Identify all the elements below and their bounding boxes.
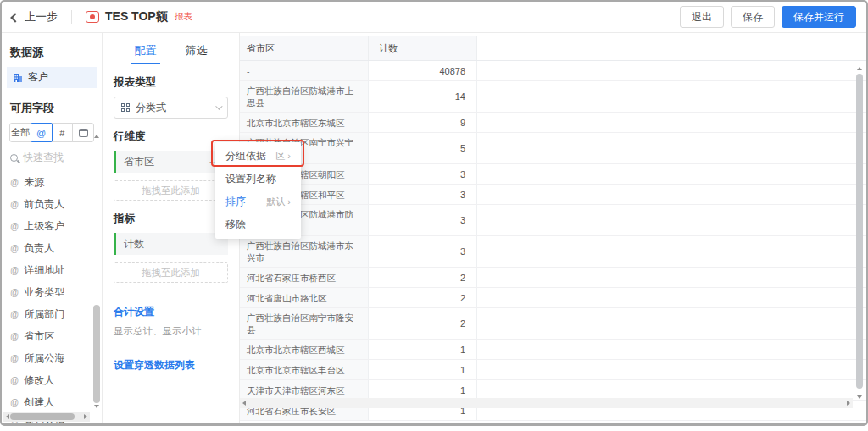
search-placeholder: 快速查找: [23, 151, 64, 165]
field-item[interactable]: @业务类型: [2, 281, 102, 303]
scroll-up-icon[interactable]: [94, 135, 99, 138]
field-item[interactable]: @上级客户: [2, 215, 102, 237]
field-item-label: 负责人: [24, 241, 54, 256]
save-and-run-button[interactable]: 保存并运行: [782, 6, 856, 28]
table-row[interactable]: 北京市北京市辖区朝阳区3: [240, 164, 866, 185]
field-item[interactable]: @前负责人: [2, 193, 102, 215]
totals-settings-link[interactable]: 合计设置: [114, 305, 228, 319]
sidebar-horizontal-scrollbar[interactable]: [3, 412, 90, 422]
cell-count: 1: [369, 360, 477, 379]
column-header-count[interactable]: 计数: [369, 36, 477, 60]
table-header-row: 省市区 计数: [240, 36, 866, 61]
filter-tab-#[interactable]: #: [52, 123, 74, 142]
scroll-right-icon[interactable]: [847, 401, 850, 406]
filter-tab-@[interactable]: @: [31, 123, 53, 142]
text-field-icon: @: [10, 222, 19, 231]
metric-dropzone[interactable]: 拖拽至此添加: [114, 262, 228, 283]
cell-region: 河北省唐山市路北区: [240, 288, 369, 307]
table-row[interactable]: 广西壮族自治区南宁市隆安县2: [240, 308, 866, 340]
filter-tab-全部[interactable]: 全部: [9, 123, 31, 142]
field-item-label: 详细地址: [24, 263, 64, 278]
cell-count: 40878: [369, 61, 477, 80]
cell-region: 广西壮族自治区防城港市东兴市: [240, 236, 369, 267]
field-search[interactable]: 快速查找: [2, 142, 102, 171]
table-row[interactable]: 河北省石家庄市桥西区2: [240, 268, 866, 288]
datasource-item-customer[interactable]: 客户: [7, 67, 97, 88]
calendar-icon: [79, 129, 88, 137]
field-item[interactable]: @省市区: [2, 325, 102, 347]
back-button[interactable]: 上一步: [12, 9, 58, 25]
table-horizontal-scrollbar[interactable]: [240, 398, 853, 408]
scroll-right-icon[interactable]: [84, 414, 87, 419]
table-row[interactable]: 河北省唐山市路北区2: [240, 288, 866, 308]
datasource-header: 数据源: [2, 38, 102, 67]
cell-count: 3: [369, 164, 477, 184]
report-type-select[interactable]: 分类式: [114, 97, 228, 119]
exit-button[interactable]: 退出: [680, 6, 724, 28]
table-vertical-scrollbar[interactable]: [854, 65, 865, 401]
menu-item-设置列名称[interactable]: 设置列名称: [215, 168, 301, 191]
metric-label: 指标: [114, 212, 228, 226]
scroll-down-icon[interactable]: [94, 405, 99, 408]
cell-region: 北京市北京市辖区丰台区: [240, 360, 369, 379]
text-field-icon: @: [10, 376, 19, 385]
scroll-thumb[interactable]: [93, 305, 100, 403]
metric-chip[interactable]: 计数: [114, 233, 228, 255]
field-item-label: 前负责人: [24, 197, 64, 212]
table-row[interactable]: 广西壮族自治区防城港市上思县14: [240, 81, 866, 113]
table-row[interactable]: 北京市北京市辖区西城区1: [240, 340, 866, 360]
table-row[interactable]: 北京市北京市辖区丰台区1: [240, 360, 866, 380]
sidebar-vertical-scrollbar[interactable]: [92, 133, 102, 410]
field-item-label: 业务类型: [24, 285, 64, 300]
table-row[interactable]: -40878: [240, 61, 866, 81]
field-item[interactable]: @负责人: [2, 237, 102, 259]
text-field-icon: @: [10, 178, 19, 187]
table-row[interactable]: 北京市北京市辖区东城区9: [240, 113, 866, 133]
table-row[interactable]: 广西壮族自治区南宁市兴宁区5: [240, 133, 866, 164]
tab-筛选[interactable]: 筛选: [186, 43, 208, 64]
scroll-thumb[interactable]: [10, 413, 75, 420]
tab-配置[interactable]: 配置: [135, 43, 157, 64]
drill-through-link[interactable]: 设置穿透数据列表: [114, 358, 228, 373]
field-item-label: 省市区: [24, 329, 54, 344]
row-dimension-field: 省市区: [124, 155, 154, 169]
cell-count: 3: [369, 205, 477, 235]
field-item-label: 修改人: [24, 373, 54, 388]
search-icon: [10, 154, 18, 162]
cell-count: 14: [369, 81, 477, 112]
column-header-region[interactable]: 省市区: [240, 36, 369, 60]
result-table: 省市区 计数 -40878广西壮族自治区防城港市上思县14北京市北京市辖区东城区…: [240, 36, 866, 421]
field-item[interactable]: @详细地址: [2, 259, 102, 281]
building-icon: [13, 73, 23, 83]
scroll-down-icon[interactable]: [857, 395, 862, 399]
result-table-panel: 省市区 计数 -40878广西壮族自治区防城港市上思县14北京市北京市辖区东城区…: [240, 33, 866, 423]
table-row[interactable]: 天津市天津市辖区和平区3: [240, 185, 866, 205]
text-field-icon: @: [10, 288, 19, 297]
save-button[interactable]: 保存: [731, 6, 775, 28]
field-item[interactable]: @创建人: [2, 391, 102, 413]
menu-item-排序[interactable]: 排序默认 ›: [215, 191, 301, 213]
totals-description: 显示总计、显示小计: [114, 325, 228, 338]
main-area: 数据源 客户 可用字段 全部@# 快速查找 @来源@前负责人@上级客: [2, 33, 866, 423]
datasource-name: 客户: [28, 70, 48, 85]
scroll-left-icon[interactable]: [242, 401, 246, 406]
cell-count: 2: [369, 288, 477, 307]
table-row[interactable]: 广西壮族自治区防城港市东兴市3: [240, 236, 866, 268]
field-item[interactable]: @修改人: [2, 369, 102, 391]
menu-item-label: 移除: [225, 218, 246, 232]
report-type-badge: 报表: [175, 11, 192, 23]
menu-item-分组依据[interactable]: 分组依据区 ›: [215, 145, 301, 168]
available-fields-header: 可用字段: [2, 88, 102, 123]
menu-item-移除[interactable]: 移除: [215, 213, 301, 236]
field-item[interactable]: @来源: [2, 171, 102, 193]
field-item[interactable]: @所属公海: [2, 347, 102, 369]
field-item[interactable]: @所属部门: [2, 303, 102, 325]
scroll-thumb[interactable]: [856, 74, 863, 389]
text-field-icon: @: [10, 244, 19, 253]
row-dimension-chip[interactable]: 省市区 ⋯: [114, 151, 228, 173]
scroll-left-icon[interactable]: [6, 414, 9, 419]
top-bar: 上一步 TES TOP额 报表 退出 保存 保存并运行: [2, 2, 866, 33]
scroll-up-icon[interactable]: [857, 67, 862, 70]
table-row[interactable]: 广西壮族自治区防城港市防城区3: [240, 205, 866, 236]
row-dimension-dropzone[interactable]: 拖拽至此添加: [114, 180, 228, 201]
